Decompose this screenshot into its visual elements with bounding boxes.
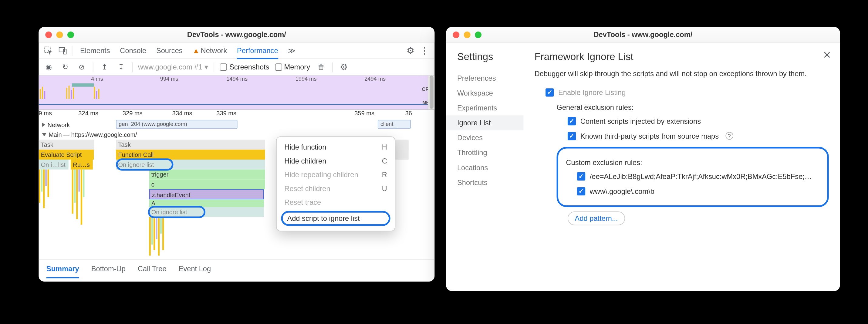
- flame-evaluate-script[interactable]: Evaluate Script: [38, 150, 94, 160]
- settings-icon[interactable]: ⚙: [405, 45, 416, 56]
- maximize-window-icon[interactable]: [67, 31, 74, 38]
- cpu-spark: [38, 84, 121, 99]
- flame-block[interactable]: Ru…s: [71, 160, 93, 170]
- rule-third-party[interactable]: ✓ Known third-party scripts from source …: [568, 132, 829, 140]
- help-icon[interactable]: ?: [725, 132, 733, 139]
- memory-checkbox-input[interactable]: [275, 63, 282, 71]
- context-hide-function[interactable]: Hide functionH: [277, 140, 395, 154]
- context-item-label: Hide function: [284, 143, 326, 151]
- custom-rule-1[interactable]: ✓ /ee=ALeJib:B8gLwd;AfeaP:TkrAjf;Afksuc:…: [577, 172, 819, 180]
- flame-on-ignore-list[interactable]: On ignore list: [116, 160, 265, 170]
- collapse-icon[interactable]: [42, 123, 45, 127]
- garbage-collect-icon[interactable]: 🗑: [315, 62, 327, 72]
- enable-ignore-listing[interactable]: ✓ Enable Ignore Listing: [546, 88, 829, 96]
- flame-z-handle-event[interactable]: z.handleEvent: [149, 189, 264, 199]
- rule-content-scripts[interactable]: ✓ Content scripts injected by extensions: [568, 117, 829, 125]
- close-window-icon[interactable]: [453, 31, 459, 38]
- main-track-label: Main — https://www.google.com/: [49, 131, 137, 138]
- checkbox-checked-icon[interactable]: ✓: [577, 172, 585, 180]
- tab-console[interactable]: Console: [120, 46, 146, 55]
- network-request[interactable]: gen_204 (www.google.com): [116, 120, 237, 129]
- titlebar[interactable]: DevTools - www.google.com/: [446, 27, 840, 42]
- bottom-tab-calltree[interactable]: Call Tree: [138, 264, 166, 273]
- custom-rules-heading: Custom exclusion rules:: [566, 158, 819, 166]
- collapse-icon[interactable]: [42, 133, 46, 136]
- tab-overflow-icon[interactable]: ≫: [288, 46, 296, 55]
- flame-on-ignore-list[interactable]: On ignore list: [149, 207, 264, 217]
- close-window-icon[interactable]: [45, 31, 52, 38]
- context-add-ignore-list[interactable]: Add script to ignore list: [281, 211, 390, 226]
- settings-heading: Settings: [457, 51, 523, 63]
- timeline-overview[interactable]: 4 ms 994 ms 1494 ms 1994 ms 2494 ms CPU …: [38, 75, 434, 110]
- download-icon[interactable]: ↧: [115, 62, 126, 72]
- enable-label: Enable Ignore Listing: [558, 88, 626, 96]
- checkbox-checked-icon[interactable]: ✓: [546, 88, 554, 96]
- context-reset-children: Reset childrenU: [277, 182, 395, 196]
- network-request[interactable]: client_: [378, 120, 411, 129]
- titlebar[interactable]: DevTools - www.google.com/: [38, 27, 434, 42]
- record-icon[interactable]: ◉: [43, 62, 54, 72]
- rule-label: /ee=ALeJib:B8gLwd;AfeaP:TkrAjf;Afksuc:wM…: [590, 172, 812, 180]
- flame-task[interactable]: Task: [116, 139, 265, 150]
- devtools-performance-window: DevTools - www.google.com/ Elements Cons…: [38, 27, 434, 282]
- flame-trigger[interactable]: trigger: [149, 170, 265, 180]
- tab-sources[interactable]: Sources: [156, 46, 183, 55]
- clear-icon[interactable]: ⊘: [76, 62, 87, 72]
- ruler-tick: 334 ms: [172, 110, 192, 117]
- flame-function-call[interactable]: Function Call: [116, 150, 265, 160]
- bottom-tab-eventlog[interactable]: Event Log: [179, 264, 211, 273]
- bottom-tab-summary[interactable]: Summary: [46, 264, 79, 279]
- rule-label: Content scripts injected by extensions: [580, 117, 701, 125]
- memory-checkbox[interactable]: Memory: [275, 63, 310, 71]
- overview-scrollbar[interactable]: [428, 75, 435, 109]
- context-item-label: Hide children: [284, 157, 326, 165]
- sidebar-item-devices[interactable]: Devices: [457, 130, 523, 145]
- upload-icon[interactable]: ↥: [99, 62, 110, 72]
- custom-rule-2[interactable]: ✓ www\.google\.com\b: [577, 187, 819, 195]
- context-hide-children[interactable]: Hide childrenC: [277, 154, 395, 168]
- rule-label: www\.google\.com\b: [590, 187, 654, 195]
- screenshots-checkbox[interactable]: Screenshots: [220, 63, 269, 71]
- flame-a[interactable]: A: [149, 199, 264, 207]
- capture-settings-icon[interactable]: ⚙: [338, 62, 349, 72]
- sidebar-item-preferences[interactable]: Preferences: [457, 71, 523, 86]
- context-item-label: Add script to ignore list: [287, 214, 360, 222]
- sidebar-item-ignore-list[interactable]: Ignore List: [446, 115, 524, 130]
- checkbox-checked-icon[interactable]: ✓: [568, 132, 576, 140]
- sidebar-item-throttling[interactable]: Throttling: [457, 145, 523, 160]
- tab-elements[interactable]: Elements: [80, 46, 110, 55]
- sidebar-item-workspace[interactable]: Workspace: [457, 86, 523, 100]
- device-icon[interactable]: [57, 45, 68, 56]
- sidebar-item-experiments[interactable]: Experiments: [457, 100, 523, 115]
- context-item-label: Hide repeating children: [284, 170, 358, 179]
- checkbox-checked-icon[interactable]: ✓: [577, 187, 585, 195]
- settings-main: ✕ Framework Ignore List Debugger will sk…: [523, 42, 840, 291]
- network-track[interactable]: Network gen_204 (www.google.com) client_: [38, 120, 434, 130]
- screenshots-checkbox-input[interactable]: [220, 63, 227, 71]
- devtools-settings-window: DevTools - www.google.com/ Settings Pref…: [446, 27, 840, 291]
- maximize-window-icon[interactable]: [475, 31, 482, 38]
- checkbox-checked-icon[interactable]: ✓: [568, 117, 576, 125]
- reload-icon[interactable]: ↻: [60, 62, 71, 72]
- minimize-window-icon[interactable]: [464, 31, 470, 38]
- context-item-label: Reset children: [284, 185, 330, 193]
- sidebar-item-locations[interactable]: Locations: [457, 160, 523, 175]
- bottom-tab-bottomup[interactable]: Bottom-Up: [91, 264, 126, 273]
- add-pattern-button[interactable]: Add pattern...: [568, 211, 625, 225]
- context-item-key: C: [382, 157, 387, 165]
- flame-task[interactable]: Task: [38, 139, 94, 150]
- minimize-window-icon[interactable]: [56, 31, 63, 38]
- tab-network[interactable]: ▲Network: [192, 46, 227, 55]
- sidebar-item-shortcuts[interactable]: Shortcuts: [457, 175, 523, 190]
- overview-tick: 1494 ms: [226, 75, 248, 82]
- close-icon[interactable]: ✕: [823, 49, 831, 61]
- flame-on-ignore-list[interactable]: On i…list: [38, 160, 68, 170]
- scrollbar-thumb[interactable]: [430, 75, 434, 108]
- flame-c[interactable]: c: [149, 180, 265, 190]
- kebab-menu-icon[interactable]: ⋮: [419, 45, 430, 56]
- tab-performance[interactable]: Performance: [237, 46, 278, 59]
- inspect-icon[interactable]: [43, 45, 54, 56]
- recording-selector[interactable]: www.google.com #1▾: [138, 63, 209, 71]
- context-item-key: U: [382, 185, 387, 193]
- flame-chart[interactable]: 9 ms 324 ms 329 ms 334 ms 339 ms 359 ms …: [38, 110, 434, 259]
